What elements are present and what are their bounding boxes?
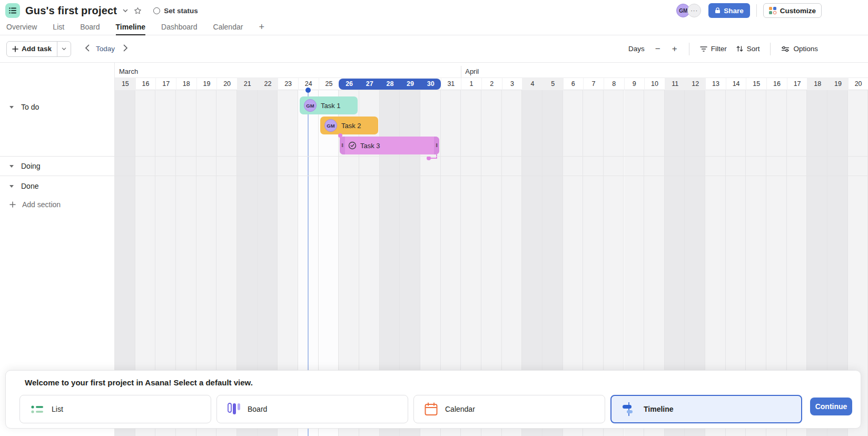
date-header-cell[interactable]: 21 [237,78,258,90]
view-card-board[interactable]: Board [216,395,408,423]
date-header-cell[interactable]: 19 [827,78,848,90]
dependency-dot[interactable] [427,156,431,160]
plus-icon [12,46,18,52]
date-header-cell[interactable]: 9 [624,78,645,90]
board-view-icon [228,402,240,416]
tab-list[interactable]: List [53,19,64,35]
add-section-button[interactable]: Add section [9,200,61,209]
date-header-cell[interactable]: 27 [359,78,380,90]
date-header-cell[interactable]: 30 [420,78,441,90]
assignee-avatar: GM [304,99,317,112]
section-done[interactable]: Done [9,182,38,190]
tab-calendar[interactable]: Calendar [213,19,243,35]
assignee-avatar: GM [324,119,337,132]
more-options-button[interactable]: ··· [687,4,701,17]
customize-label: Customize [780,7,816,15]
add-tab-button[interactable]: + [259,19,264,35]
date-header-cell[interactable]: 10 [644,78,665,90]
section-doing[interactable]: Doing [9,162,41,170]
date-header-cell[interactable]: 5 [542,78,563,90]
check-circle-icon [348,141,357,150]
date-header-cell[interactable]: 22 [258,78,278,90]
add-section-label: Add section [22,200,61,209]
prev-period-button[interactable] [83,44,92,53]
date-header-cell[interactable]: 17 [787,78,807,90]
list-view-icon [31,403,44,415]
add-task-label: Add task [22,45,52,53]
date-header-cell[interactable]: 20 [848,78,868,90]
tab-dashboard[interactable]: Dashboard [161,19,198,35]
chevron-down-icon[interactable] [122,7,129,14]
date-header-cell[interactable]: 26 [339,78,359,90]
date-header-cell[interactable]: 12 [685,78,705,90]
date-header-cell[interactable]: 19 [196,78,217,90]
zoom-level-dropdown[interactable]: Days [628,45,645,53]
date-header-cell[interactable]: 15 [746,78,766,90]
tab-timeline[interactable]: Timeline [116,19,146,35]
resize-handle-right[interactable]: ‖ [434,137,439,154]
next-period-button[interactable] [121,44,130,53]
date-header-cell[interactable]: 15 [115,78,135,90]
task-bar-task2[interactable]: GM Task 2 [320,117,378,134]
star-icon[interactable] [134,7,142,15]
dependency-dot[interactable] [338,133,342,138]
today-button[interactable]: Today [96,45,115,53]
date-header-cell[interactable]: 18 [176,78,196,90]
date-header-cell[interactable]: 13 [705,78,726,90]
view-card-label: Board [248,405,267,413]
collapse-triangle-icon[interactable] [9,185,14,188]
date-header-cell[interactable]: 2 [481,78,502,90]
date-header-cell[interactable]: 11 [665,78,685,90]
task-bar-task1[interactable]: GM Task 1 [300,96,358,114]
view-card-timeline[interactable]: Timeline [610,395,802,423]
zoom-out-button[interactable]: − [654,44,662,54]
section-todo[interactable]: To do [9,103,39,111]
share-button[interactable]: Share [708,3,750,18]
sort-icon [736,45,743,52]
date-header-cell[interactable]: 8 [604,78,624,90]
set-status-button[interactable]: Set status [153,7,198,15]
month-label: March [119,67,138,75]
date-header-cell[interactable]: 16 [766,78,787,90]
date-header-cell[interactable]: 31 [441,78,461,90]
continue-button[interactable]: Continue [810,398,852,415]
collapse-triangle-icon[interactable] [9,106,14,109]
toolbar-right: Days − + Filter Sort Options [628,43,818,55]
tab-board[interactable]: Board [80,19,100,35]
add-task-dropdown[interactable] [57,42,71,56]
date-header-cell[interactable]: 14 [726,78,746,90]
customize-button[interactable]: Customize [763,3,822,18]
date-header-cell[interactable]: 28 [380,78,400,90]
date-header-cell[interactable]: 23 [278,78,298,90]
date-header-cell[interactable]: 6 [563,78,584,90]
filter-button[interactable]: Filter [700,45,727,53]
date-header-cell[interactable]: 20 [216,78,237,90]
sort-button[interactable]: Sort [736,45,760,53]
section-label: Done [21,182,38,190]
collapse-triangle-icon[interactable] [9,165,14,168]
resize-handle-left[interactable]: ‖ [340,137,345,154]
view-card-calendar[interactable]: Calendar [413,395,605,423]
date-header-cell[interactable]: 16 [135,78,156,90]
month-label: April [465,67,479,75]
add-task-button[interactable]: Add task [6,41,71,57]
date-header-cell[interactable]: 29 [400,78,420,90]
task-bar-task3[interactable]: ‖ Task 3 ‖ [340,137,439,154]
tab-overview[interactable]: Overview [6,19,37,35]
date-header-cell[interactable]: 1 [461,78,481,90]
date-header-cell[interactable]: 7 [583,78,604,90]
view-card-list[interactable]: List [19,395,211,423]
date-header-cell[interactable]: 17 [155,78,176,90]
date-header-cell[interactable]: 3 [502,78,522,90]
customize-grid-icon [769,7,776,14]
view-card-label: List [52,405,63,413]
date-header-cell[interactable]: 25 [319,78,339,90]
zoom-in-button[interactable]: + [671,44,678,54]
date-header-cell[interactable]: 4 [522,78,542,90]
month-separator [461,66,461,77]
task-label: Task 2 [341,122,361,130]
options-button[interactable]: Options [781,45,818,53]
sort-label: Sort [747,45,760,53]
set-status-label: Set status [164,7,198,15]
date-header-cell[interactable]: 18 [807,78,827,90]
